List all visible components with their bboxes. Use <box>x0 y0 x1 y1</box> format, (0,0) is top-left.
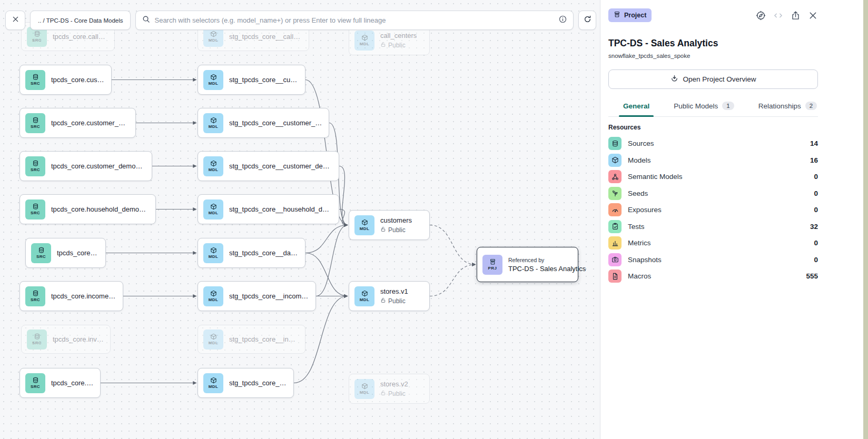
edge-mdl_customers-to-prj_sales_analytics <box>430 225 476 265</box>
node-text: stg_tpcds_core__inventory <box>229 335 299 343</box>
node-prj_sales_analytics[interactable]: PRJ Referenced by TPC-DS - Sales Analyti… <box>477 247 578 282</box>
resource-label: Snapshots <box>628 256 807 264</box>
node-label: tpcds_core.inventory <box>53 335 104 343</box>
node-text: stores.v1 Public <box>380 287 408 305</box>
node-label: stg_tpcds_core__household_demogr... <box>229 205 332 213</box>
close-lineage-button[interactable] <box>5 11 25 30</box>
node-mdl_income_band[interactable]: MDL stg_tpcds_core__income_band <box>198 281 316 311</box>
node-src_store[interactable]: SRC tpcds_core.store <box>19 368 101 398</box>
app-window: SRC tpcds_core.call_center MDL stg_tpcds… <box>0 0 868 439</box>
node-mdl_customer_demographics[interactable]: MDL stg_tpcds_core__customer_demogra... <box>198 151 339 181</box>
node-type-label: SRC <box>31 81 40 86</box>
panel-header: Project <box>608 8 818 22</box>
node-src_income_band[interactable]: SRC tpcds_core.income_band <box>19 281 123 311</box>
tab-label: Relationships <box>758 102 801 110</box>
node-mdl_household_demographics[interactable]: MDL stg_tpcds_core__household_demogr... <box>198 194 339 224</box>
share-icon[interactable] <box>791 11 801 21</box>
node-src_customer_address[interactable]: SRC tpcds_core.customer_address <box>19 108 136 138</box>
node-label: call_centers <box>380 32 417 39</box>
node-label: stg_tpcds_core__customer_address <box>229 119 322 127</box>
resource-row-macros: Macros 555 <box>608 270 818 283</box>
details-panel: Project TPC-DS - Sales Analytics snowfla… <box>600 0 864 439</box>
tab-general[interactable]: General <box>623 102 649 116</box>
node-type-label: SRC <box>32 38 42 43</box>
visibility-badge: Public <box>380 297 408 305</box>
file-icon <box>608 270 622 283</box>
tab-relationships[interactable]: Relationships2 <box>758 102 817 116</box>
node-type-label: SRC <box>31 167 40 172</box>
node-mdl_inventory[interactable]: MDL stg_tpcds_core__inventory <box>198 325 305 354</box>
node-type-label: MDL <box>209 81 219 86</box>
node-label: tpcds_core.income_band <box>51 292 116 300</box>
search-input[interactable] <box>154 16 555 24</box>
info-icon[interactable] <box>559 15 567 25</box>
node-type-label: MDL <box>209 38 219 43</box>
node-text: tpcds_core.customer <box>51 76 105 84</box>
seed-icon <box>608 187 622 200</box>
gauge-icon <box>608 203 622 216</box>
project-subtitle: snowflake_tpcds_sales_spoke <box>608 53 818 59</box>
cube-icon: MDL <box>203 330 223 350</box>
node-type-label: MDL <box>209 167 219 172</box>
database-icon: SRC <box>25 113 45 133</box>
open-overview-icon <box>670 75 678 84</box>
node-label: stg_tpcds_core__call_center <box>229 33 302 41</box>
node-type-label: MDL <box>209 254 219 259</box>
cube-icon: MDL <box>354 286 374 306</box>
node-src_household_demographics[interactable]: SRC tpcds_core.household_demographics <box>19 194 156 224</box>
node-mdl_store[interactable]: MDL stg_tpcds_core__store <box>198 368 294 398</box>
lock-open-icon <box>380 226 386 234</box>
project-type-badge: Project <box>608 8 652 22</box>
node-label: tpcds_core.customer <box>51 76 105 84</box>
node-text: stg_tpcds_core__store <box>229 379 287 387</box>
resource-count: 0 <box>814 256 818 264</box>
resource-count: 555 <box>806 272 818 280</box>
refresh-icon <box>584 15 591 25</box>
project-badge-label: Project <box>624 12 646 19</box>
visibility-badge: Public <box>380 390 408 397</box>
resource-label: Models <box>628 156 804 164</box>
lineage-canvas: SRC tpcds_core.call_center MDL stg_tpcds… <box>0 0 600 439</box>
breadcrumb[interactable]: .. / TPC-DS - Core Data Models <box>30 11 131 30</box>
node-type-label: MDL <box>360 297 370 302</box>
database-icon: SRC <box>25 286 45 306</box>
node-src_inventory[interactable]: SRC tpcds_core.inventory <box>21 325 111 354</box>
panel-tabs: GeneralPublic Models1Relationships2 <box>608 102 818 117</box>
node-mdl_customer[interactable]: MDL stg_tpcds_core__customer <box>198 65 305 95</box>
lock-open-icon <box>380 390 386 397</box>
breadcrumb-label: .. / TPC-DS - Core Data Models <box>38 17 123 24</box>
resource-label: Tests <box>628 223 804 231</box>
close-icon <box>12 15 19 25</box>
node-src_date_dim[interactable]: SRC tpcds_core.date_dim <box>25 238 106 268</box>
node-mdl_customer_address[interactable]: MDL stg_tpcds_core__customer_address <box>198 108 329 138</box>
resource-count: 32 <box>810 223 818 231</box>
node-text: Referenced by TPC-DS - Sales Analytics <box>508 257 571 273</box>
refresh-lineage-button[interactable] <box>578 11 596 30</box>
node-text: tpcds_core.date_dim <box>57 249 99 257</box>
node-mdl_stores_v2[interactable]: MDL stores.v2 Public <box>349 374 430 404</box>
resource-count: 16 <box>810 156 818 164</box>
node-text: stg_tpcds_core__household_demogr... <box>229 205 332 213</box>
node-mdl_stores_v1[interactable]: MDL stores.v1 Public <box>349 281 430 311</box>
node-src_customer_demographics[interactable]: SRC tpcds_core.customer_demographics <box>19 151 152 181</box>
node-type-label: SRC <box>31 384 40 389</box>
project-icon: PRJ <box>482 255 502 275</box>
resource-label: Metrics <box>628 239 807 247</box>
node-mdl_date_dim[interactable]: MDL stg_tpcds_core__date_dim <box>198 238 305 268</box>
resource-label: Macros <box>628 272 800 280</box>
tab-public-models[interactable]: Public Models1 <box>674 102 734 116</box>
lock-open-icon <box>380 297 386 305</box>
cube-icon: MDL <box>203 113 223 133</box>
search-bar[interactable] <box>135 11 574 30</box>
window-edge-strip <box>863 0 868 439</box>
close-panel-icon[interactable] <box>808 11 818 21</box>
explore-compass-icon[interactable] <box>756 11 766 21</box>
node-mdl_customers[interactable]: MDL customers Public <box>349 210 430 240</box>
node-src_customer[interactable]: SRC tpcds_core.customer <box>19 65 112 95</box>
node-text: stg_tpcds_core__income_band <box>229 292 309 300</box>
open-project-overview-button[interactable]: Open Project Overview <box>608 69 818 89</box>
node-text: stg_tpcds_core__customer_demogra... <box>229 162 332 170</box>
node-label: tpcds_core.customer_address <box>51 119 129 127</box>
node-label: stg_tpcds_core__customer <box>229 76 299 84</box>
resources-heading: Resources <box>608 124 818 131</box>
